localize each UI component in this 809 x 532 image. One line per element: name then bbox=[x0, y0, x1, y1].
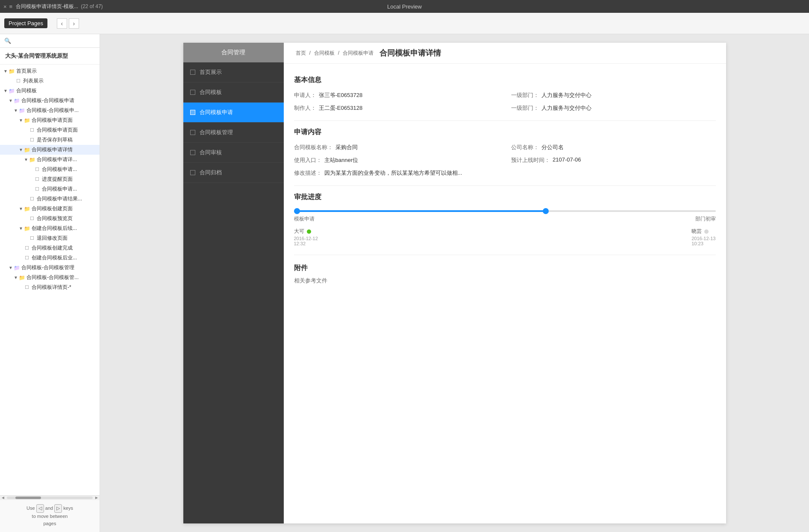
tree-arrow-21: ▼ bbox=[14, 275, 19, 280]
tree-arrow-16: ▼ bbox=[19, 226, 24, 231]
tree-item-18[interactable]: ☐合同模板创建完成 bbox=[0, 243, 100, 253]
tree-item-13[interactable]: ☐合同模板申请结果... bbox=[0, 194, 100, 204]
prev-page-button[interactable]: ‹ bbox=[57, 18, 67, 29]
nav-item-1[interactable]: 合同模板 bbox=[183, 82, 284, 103]
tree-item-5[interactable]: ▼📁合同模板申请页面 bbox=[0, 115, 100, 125]
close-icon[interactable]: × bbox=[3, 3, 7, 10]
nav-checkbox-3 bbox=[190, 130, 195, 135]
divider-1 bbox=[294, 121, 716, 121]
progress-users: 大可 2016-12-12 12:32 晓芸 bbox=[294, 228, 716, 246]
nav-item-4[interactable]: 合同审核 bbox=[183, 143, 284, 163]
tree-item-14[interactable]: ▼📁合同模板创建页面 bbox=[0, 204, 100, 214]
tree-icon-1: ☐ bbox=[15, 78, 21, 84]
project-pages-tooltip: Project Pages bbox=[4, 18, 47, 28]
nav-item-label-2: 合同模板申请 bbox=[200, 109, 233, 116]
progress-dot-start bbox=[294, 208, 300, 214]
tree-item-6[interactable]: ☐合同模板申请页面 bbox=[0, 125, 100, 135]
progress-labels: 模板申请 部门初审 bbox=[294, 215, 716, 223]
project-title: 大头-某合同管理系统原型 bbox=[0, 48, 100, 65]
tree-item-1[interactable]: ☐列表展示 bbox=[0, 76, 100, 86]
tree-label-5: 合同模板申请页面 bbox=[32, 117, 73, 124]
info-dept2: 一级部门： 人力服务与交付中心 bbox=[511, 104, 716, 112]
approver1-date: 2016-12-12 bbox=[294, 236, 318, 241]
breadcrumb-template[interactable]: 合同模板 bbox=[314, 50, 335, 57]
applicant-value: 张三爷-E0653728 bbox=[319, 91, 363, 99]
tree-item-3[interactable]: ▼📁合同模板-合同模板申请 bbox=[0, 96, 100, 106]
tree-item-12[interactable]: ☐合同模板申请... bbox=[0, 184, 100, 194]
apply-content-grid: 合同模板名称： 采购合同 公司名称： 分公司名 使用入口： 主站banner位 bbox=[294, 144, 716, 177]
template-name-value: 采购合同 bbox=[335, 144, 358, 151]
approval-progress: 模板申请 部门初审 大可 2016-12-12 bbox=[294, 210, 716, 246]
tree-icon-18: ☐ bbox=[24, 245, 30, 251]
tree-item-20[interactable]: ▼📁合同模板-合同模板管理 bbox=[0, 263, 100, 273]
tree-item-19[interactable]: ☐创建合同模板后业... bbox=[0, 253, 100, 263]
applicant-label: 申请人： bbox=[294, 91, 316, 99]
tree-label-1: 列表展示 bbox=[23, 77, 44, 85]
dept2-value: 人力服务与交付中心 bbox=[541, 104, 591, 112]
tree-icon-4: 📁 bbox=[19, 108, 25, 114]
tree-item-7[interactable]: ☐是否保存到草稿 bbox=[0, 135, 100, 145]
approval-title: 审批进度 bbox=[294, 193, 716, 202]
nav-item-5[interactable]: 合同归档 bbox=[183, 163, 284, 183]
preview-wrapper: 合同管理 首页展示合同模板合同模板申请合同模板管理合同审核合同归档 首页 / 合… bbox=[100, 34, 809, 532]
tree-item-22[interactable]: ☐合同模板详情页-* bbox=[0, 282, 100, 292]
next-page-button[interactable]: › bbox=[69, 18, 79, 29]
tree-item-15[interactable]: ☐合同模板预览页 bbox=[0, 214, 100, 223]
dept1-value: 人力服务与交付中心 bbox=[541, 91, 591, 99]
nav-item-0[interactable]: 首页展示 bbox=[183, 62, 284, 82]
tree-item-2[interactable]: ▼📁合同模板 bbox=[0, 86, 100, 96]
horizontal-scrollbar[interactable] bbox=[7, 497, 93, 499]
approver-1: 大可 2016-12-12 12:32 bbox=[294, 228, 318, 246]
menu-icon[interactable]: ≡ bbox=[9, 3, 13, 10]
tree-item-11[interactable]: ☐进度提醒页面 bbox=[0, 174, 100, 184]
nav-checkbox-1 bbox=[190, 90, 195, 95]
nav-item-2[interactable]: 合同模板申请 bbox=[183, 103, 284, 123]
tree-icon-9: 📁 bbox=[29, 157, 35, 163]
progress-dot-mid bbox=[543, 208, 549, 214]
nav-item-label-1: 合同模板 bbox=[200, 88, 222, 96]
attachment-section: 附件 相关参考文件 bbox=[294, 264, 716, 285]
sidebar-scrollbar[interactable]: ◄ ► bbox=[0, 495, 100, 500]
tree-icon-2: 📁 bbox=[9, 88, 15, 94]
tree-item-9[interactable]: ▼📁合同模板申请详... bbox=[0, 155, 100, 165]
tree-item-4[interactable]: ▼📁合同模板-合同模板申... bbox=[0, 106, 100, 115]
tree-label-19: 创建合同模板后业... bbox=[32, 254, 77, 262]
preview-body: 基本信息 申请人： 张三爷-E0653728 一级部门： 人力服务与交付中心 bbox=[284, 64, 726, 293]
tree-icon-22: ☐ bbox=[24, 285, 30, 291]
approver1-name: 大可 bbox=[294, 228, 318, 235]
tree-label-14: 合同模板创建页面 bbox=[32, 205, 73, 212]
tree-item-0[interactable]: ▼📁首页展示 bbox=[0, 66, 100, 76]
tree-arrow-8: ▼ bbox=[19, 147, 24, 152]
divider-3 bbox=[294, 255, 716, 255]
tree-label-12: 合同模板申请... bbox=[42, 185, 77, 193]
approver2-time: 10:23 bbox=[691, 241, 715, 246]
page-count: (22 of 47) bbox=[81, 3, 103, 9]
breadcrumb-apply[interactable]: 合同模板申请 bbox=[343, 50, 374, 57]
step-label-1: 模板申请 bbox=[294, 215, 315, 223]
tree-label-13: 合同模板申请结果... bbox=[37, 195, 82, 203]
apply-content-title: 申请内容 bbox=[294, 128, 716, 137]
tree-icon-13: ☐ bbox=[29, 196, 35, 202]
tree-label-3: 合同模板-合同模板申请 bbox=[21, 97, 74, 104]
sidebar: 大头-某合同管理系统原型 ▼📁首页展示☐列表展示▼📁合同模板▼📁合同模板-合同模… bbox=[0, 34, 100, 532]
nav-header: 合同管理 bbox=[183, 43, 284, 62]
tree-label-17: 退回修改页面 bbox=[37, 235, 68, 242]
breadcrumb-home[interactable]: 首页 bbox=[296, 50, 306, 57]
preview-frame: 合同管理 首页展示合同模板合同模板申请合同模板管理合同审核合同归档 首页 / 合… bbox=[183, 43, 726, 523]
basic-info-title: 基本信息 bbox=[294, 76, 716, 85]
tree-item-10[interactable]: ☐合同模板申请... bbox=[0, 165, 100, 174]
tree-item-17[interactable]: ☐退回修改页面 bbox=[0, 233, 100, 243]
entrance-value: 主站banner位 bbox=[324, 156, 358, 164]
tree-item-8[interactable]: ▼📁合同模板申请详情 bbox=[0, 145, 100, 155]
prev-key-badge: ◁ bbox=[36, 504, 44, 513]
tree-icon-6: ☐ bbox=[29, 127, 35, 133]
company-label: 公司名称： bbox=[511, 144, 539, 151]
tree-item-16[interactable]: ▼📁创建合同模板后续... bbox=[0, 223, 100, 233]
tree-item-21[interactable]: ▼📁合同模板-合同模板管... bbox=[0, 273, 100, 282]
step-label-2: 部门初审 bbox=[695, 215, 716, 223]
nav-item-3[interactable]: 合同模板管理 bbox=[183, 123, 284, 143]
search-input[interactable] bbox=[4, 38, 95, 44]
tree-icon-7: ☐ bbox=[29, 137, 35, 143]
tree-icon-3: 📁 bbox=[14, 98, 20, 104]
dept2-label: 一级部门： bbox=[511, 104, 539, 112]
